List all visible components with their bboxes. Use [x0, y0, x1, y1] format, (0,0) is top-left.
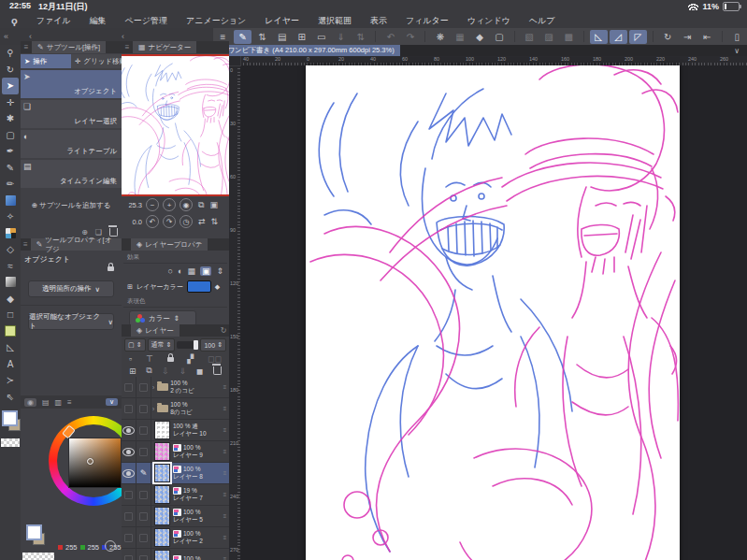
zoom-tool[interactable]: ⚲: [2, 45, 19, 62]
subtool-item-object[interactable]: ➤ オブジェクト: [21, 70, 122, 98]
hidden-eye-cell[interactable]: [124, 555, 133, 560]
fullscreen-icon[interactable]: ▣: [209, 200, 218, 209]
saturation-value-box[interactable]: [69, 438, 121, 487]
collapse-all-icon[interactable]: «: [4, 32, 8, 41]
layer-row-7[interactable]: 19 % レイヤー 7 ≡: [122, 484, 229, 506]
edit-cell[interactable]: [139, 383, 148, 392]
sv-selector[interactable]: [87, 458, 93, 465]
chevron-down-icon[interactable]: ∨: [106, 398, 118, 406]
add-subtool-button[interactable]: ⊕ サブツールを追加する: [21, 201, 122, 210]
snap-frame-icon[interactable]: ▢: [491, 30, 509, 44]
main-color-swatches[interactable]: [0, 410, 21, 435]
menu-layer[interactable]: レイヤー: [255, 15, 309, 27]
layer-property-tab[interactable]: ◈ レイヤープロパテ: [131, 238, 208, 251]
frame-border-tool[interactable]: [2, 323, 19, 340]
flip-vertical-icon[interactable]: ⇅: [211, 217, 219, 226]
spin-icon[interactable]: ⇕: [216, 266, 223, 276]
edit-cell[interactable]: [139, 491, 148, 499]
expand-icon[interactable]: ⇅: [253, 30, 271, 44]
document-tab[interactable]: × ワンピ下書き (A4 210.00 x 297.00mm 600dpi 25…: [214, 45, 400, 56]
decoration-tool[interactable]: [2, 225, 19, 242]
subtool-item-layer-select[interactable]: ❏ レイヤー選択: [21, 100, 122, 128]
edit-cell[interactable]: [139, 448, 148, 456]
pencil-tool[interactable]: ✏: [2, 176, 19, 193]
edit-cell[interactable]: [139, 426, 148, 435]
drawing-page[interactable]: [306, 65, 680, 560]
clip-at-layer-icon[interactable]: ▫: [129, 354, 132, 364]
layer-thumbnail[interactable]: [154, 485, 170, 504]
selectable-object-dropdown[interactable]: 選択可能なオブジェクト ∨: [28, 313, 114, 330]
tone-effect-icon[interactable]: ◐: [178, 266, 182, 276]
layer-row-folder-2[interactable]: › 100 % 2 のコピ ≡: [122, 377, 229, 398]
layer-mask-icon[interactable]: ◼: [196, 366, 203, 376]
ruler-icon[interactable]: ⊤: [146, 354, 153, 364]
subtool-panel-tab[interactable]: ✎ サブツール[操作]: [32, 41, 106, 53]
subtool-item-timeline-edit[interactable]: ▤ タイムライン編集: [21, 160, 122, 188]
menu-selection[interactable]: 選択範囲: [309, 15, 361, 27]
figure-tool[interactable]: □: [2, 307, 19, 323]
row-menu-icon[interactable]: ≡: [221, 406, 229, 411]
transform-a-icon[interactable]: ▧: [521, 30, 539, 44]
opacity-stepper[interactable]: 100 ⇕: [200, 338, 226, 352]
blend-tool[interactable]: ≈: [2, 258, 19, 275]
reset-rotation-button[interactable]: ◷: [180, 215, 193, 228]
canvas-area[interactable]: 40 20 0 20 40 60 80 100 120 140 160 180 …: [229, 56, 747, 560]
layer-row-5[interactable]: 100 % レイヤー 5 ≡: [122, 506, 229, 527]
share-in-icon[interactable]: ⇤: [698, 30, 716, 44]
combine-icon[interactable]: ◻◻: [208, 354, 222, 364]
color-mix-tab[interactable]: ▥: [55, 398, 63, 407]
layer-row-8-selected[interactable]: ✎ 100 % レイヤー 8 ≡: [122, 463, 229, 484]
move-tool[interactable]: ✛: [2, 94, 19, 111]
eraser-tool[interactable]: ◇: [2, 241, 19, 258]
ruler-snap2-icon[interactable]: ◿: [610, 30, 627, 44]
navigator-thumbnail[interactable]: [122, 54, 229, 196]
menu-help[interactable]: ヘルプ: [520, 15, 565, 27]
rotate-left-button[interactable]: ↶: [146, 215, 159, 228]
menu-animation[interactable]: アニメーション: [177, 15, 255, 27]
layer-row-partial[interactable]: 100 % ≡: [122, 549, 229, 560]
new-folder-icon[interactable]: ⧉: [146, 366, 151, 376]
menu-window[interactable]: ウィンドウ: [458, 15, 520, 27]
layer-color-swatch[interactable]: [187, 280, 211, 293]
zoom-in-button[interactable]: +: [163, 198, 176, 211]
menu-filter[interactable]: フィルター: [396, 15, 458, 27]
ruler-snap1-icon[interactable]: ◺: [590, 30, 608, 44]
layer-panel-tab[interactable]: ◈ レイヤー: [131, 324, 180, 337]
snap-layer-icon[interactable]: ▦: [451, 30, 468, 44]
transform-c-icon[interactable]: ▩: [560, 30, 578, 44]
copy-color-icon[interactable]: ◦: [105, 540, 116, 552]
visibility-eye-icon[interactable]: [122, 448, 135, 456]
main-color-swatch[interactable]: [2, 410, 18, 426]
lock-transparent-icon[interactable]: ▞: [187, 354, 194, 364]
row-menu-icon[interactable]: ≡: [221, 513, 229, 519]
hidden-eye-cell[interactable]: [124, 512, 133, 521]
tool-property-tab[interactable]: ✎ ツールプロパティ[オブジ: [31, 238, 122, 251]
merge-down-icon[interactable]: ⇓: [180, 366, 187, 376]
device-icon[interactable]: ▯: [728, 30, 746, 44]
menu-edit[interactable]: 編集: [80, 15, 116, 27]
pen-tool[interactable]: ✎: [2, 160, 19, 177]
color-swatches[interactable]: [24, 524, 52, 553]
edit-cell[interactable]: [139, 405, 148, 413]
rotate-view-tool[interactable]: ↻: [2, 62, 19, 79]
row-menu-icon[interactable]: ≡: [221, 535, 229, 540]
transparent-color-swatch[interactable]: [1, 438, 20, 447]
subtool-item-light-table[interactable]: ◐ ライトテーブル: [21, 130, 122, 158]
layer-row-2[interactable]: 100 % レイヤー 2 ≡: [122, 527, 229, 549]
menu-view[interactable]: 表示: [361, 15, 396, 27]
layer-type-dropdown[interactable]: ▢ ⇕: [124, 338, 146, 352]
row-menu-icon[interactable]: ≡: [221, 449, 229, 454]
flip-horizontal-icon[interactable]: ⇄: [198, 217, 206, 226]
edit-cell[interactable]: [139, 555, 148, 560]
color-wheel-tab[interactable]: ◉: [24, 398, 36, 407]
lock-layer-icon[interactable]: [167, 357, 174, 362]
save-icon[interactable]: ⇓: [332, 30, 350, 44]
row-menu-icon[interactable]: ≡: [221, 470, 229, 476]
hidden-eye-cell[interactable]: [124, 534, 133, 542]
border-effect-icon[interactable]: ○: [168, 266, 173, 276]
hidden-eye-cell[interactable]: [124, 383, 133, 392]
layer-thumbnail[interactable]: [154, 507, 170, 525]
panel-menu-icon[interactable]: ≡: [21, 43, 32, 51]
bucket-icon[interactable]: ◆: [215, 283, 220, 291]
ruler-snap3-icon[interactable]: ◸: [629, 30, 647, 44]
